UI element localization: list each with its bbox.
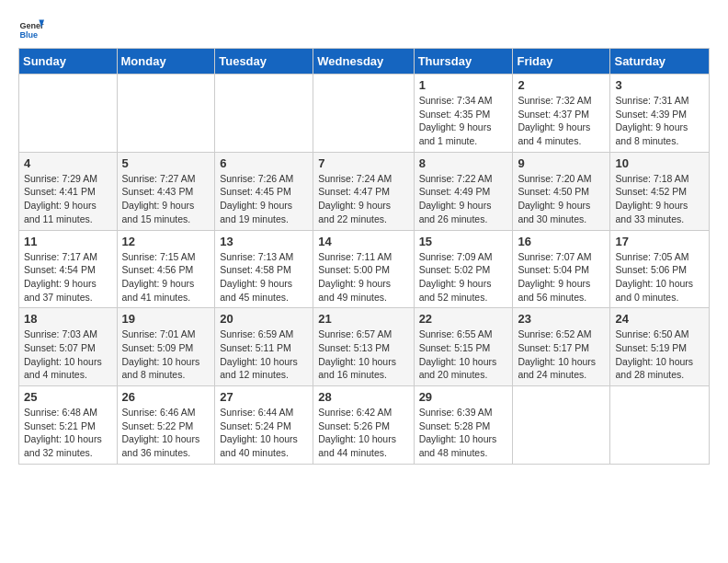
calendar-cell: 25Sunrise: 6:48 AM Sunset: 5:21 PM Dayli… — [19, 386, 118, 465]
day-number: 13 — [220, 235, 308, 248]
day-number: 8 — [419, 156, 508, 170]
svg-text:Blue: Blue — [19, 30, 38, 40]
day-number: 19 — [122, 312, 210, 326]
day-info: Sunrise: 6:44 AM Sunset: 5:24 PM Dayligh… — [220, 406, 308, 460]
calendar-cell: 24Sunrise: 6:50 AM Sunset: 5:19 PM Dayli… — [610, 308, 710, 386]
week-row-4: 18Sunrise: 7:03 AM Sunset: 5:07 PM Dayli… — [19, 308, 710, 386]
calendar-cell: 12Sunrise: 7:15 AM Sunset: 4:56 PM Dayli… — [117, 230, 215, 308]
calendar-cell: 2Sunrise: 7:32 AM Sunset: 4:37 PM Daylig… — [513, 75, 610, 153]
calendar-header-tuesday: Tuesday — [215, 49, 313, 75]
calendar-cell: 3Sunrise: 7:31 AM Sunset: 4:39 PM Daylig… — [610, 75, 710, 153]
calendar-cell: 4Sunrise: 7:29 AM Sunset: 4:41 PM Daylig… — [19, 152, 118, 230]
day-number: 4 — [24, 156, 112, 170]
day-number: 11 — [24, 235, 112, 248]
header: General Blue — [18, 15, 710, 40]
calendar-cell: 14Sunrise: 7:11 AM Sunset: 5:00 PM Dayli… — [313, 230, 414, 308]
calendar-header-saturday: Saturday — [610, 49, 710, 75]
day-info: Sunrise: 7:13 AM Sunset: 4:58 PM Dayligh… — [220, 250, 308, 304]
day-info: Sunrise: 6:57 AM Sunset: 5:13 PM Dayligh… — [318, 327, 408, 382]
calendar-cell: 27Sunrise: 6:44 AM Sunset: 5:24 PM Dayli… — [215, 386, 313, 465]
calendar-cell: 19Sunrise: 7:01 AM Sunset: 5:09 PM Dayli… — [117, 308, 215, 386]
calendar-cell — [610, 386, 710, 465]
day-number: 28 — [318, 390, 408, 404]
day-info: Sunrise: 7:24 AM Sunset: 4:47 PM Dayligh… — [318, 172, 408, 226]
day-info: Sunrise: 7:20 AM Sunset: 4:50 PM Dayligh… — [518, 172, 605, 226]
calendar-cell: 15Sunrise: 7:09 AM Sunset: 5:02 PM Dayli… — [414, 230, 513, 308]
calendar-header-sunday: Sunday — [19, 49, 118, 75]
calendar-cell — [117, 75, 215, 153]
calendar-cell: 17Sunrise: 7:05 AM Sunset: 5:06 PM Dayli… — [610, 230, 710, 308]
calendar-cell: 13Sunrise: 7:13 AM Sunset: 4:58 PM Dayli… — [215, 230, 313, 308]
day-info: Sunrise: 7:17 AM Sunset: 4:54 PM Dayligh… — [24, 250, 112, 304]
day-number: 29 — [419, 390, 508, 404]
day-info: Sunrise: 6:50 AM Sunset: 5:19 PM Dayligh… — [615, 327, 704, 382]
calendar-cell: 5Sunrise: 7:27 AM Sunset: 4:43 PM Daylig… — [117, 152, 215, 230]
day-info: Sunrise: 6:55 AM Sunset: 5:15 PM Dayligh… — [419, 327, 508, 382]
day-info: Sunrise: 7:22 AM Sunset: 4:49 PM Dayligh… — [419, 172, 508, 226]
day-info: Sunrise: 6:48 AM Sunset: 5:21 PM Dayligh… — [24, 406, 112, 460]
week-row-3: 11Sunrise: 7:17 AM Sunset: 4:54 PM Dayli… — [19, 230, 710, 308]
day-number: 10 — [615, 156, 704, 170]
day-number: 3 — [615, 78, 704, 92]
calendar-cell — [513, 386, 610, 465]
day-number: 5 — [122, 156, 210, 170]
calendar-cell: 22Sunrise: 6:55 AM Sunset: 5:15 PM Dayli… — [414, 308, 513, 386]
calendar-body: 1Sunrise: 7:34 AM Sunset: 4:35 PM Daylig… — [19, 75, 710, 465]
day-number: 14 — [318, 235, 408, 248]
day-info: Sunrise: 6:39 AM Sunset: 5:28 PM Dayligh… — [419, 406, 508, 460]
day-number: 7 — [318, 156, 408, 170]
calendar-header-wednesday: Wednesday — [313, 49, 414, 75]
day-number: 17 — [615, 235, 704, 248]
calendar-header-thursday: Thursday — [414, 49, 513, 75]
day-info: Sunrise: 7:27 AM Sunset: 4:43 PM Dayligh… — [122, 172, 210, 226]
day-info: Sunrise: 6:46 AM Sunset: 5:22 PM Dayligh… — [122, 406, 210, 460]
calendar-cell: 20Sunrise: 6:59 AM Sunset: 5:11 PM Dayli… — [215, 308, 313, 386]
calendar-cell: 6Sunrise: 7:26 AM Sunset: 4:45 PM Daylig… — [215, 152, 313, 230]
day-info: Sunrise: 7:03 AM Sunset: 5:07 PM Dayligh… — [24, 327, 112, 382]
calendar-table: SundayMondayTuesdayWednesdayThursdayFrid… — [18, 48, 710, 465]
day-number: 6 — [220, 156, 308, 170]
calendar-cell: 10Sunrise: 7:18 AM Sunset: 4:52 PM Dayli… — [610, 152, 710, 230]
day-info: Sunrise: 7:29 AM Sunset: 4:41 PM Dayligh… — [24, 172, 112, 226]
day-info: Sunrise: 7:05 AM Sunset: 5:06 PM Dayligh… — [615, 250, 704, 304]
calendar-header-friday: Friday — [513, 49, 610, 75]
day-info: Sunrise: 7:18 AM Sunset: 4:52 PM Dayligh… — [615, 172, 704, 226]
calendar-header-monday: Monday — [117, 49, 215, 75]
day-number: 1 — [419, 78, 508, 92]
calendar-cell: 7Sunrise: 7:24 AM Sunset: 4:47 PM Daylig… — [313, 152, 414, 230]
calendar-cell: 8Sunrise: 7:22 AM Sunset: 4:49 PM Daylig… — [414, 152, 513, 230]
day-number: 12 — [122, 235, 210, 248]
day-info: Sunrise: 7:15 AM Sunset: 4:56 PM Dayligh… — [122, 250, 210, 304]
week-row-1: 1Sunrise: 7:34 AM Sunset: 4:35 PM Daylig… — [19, 75, 710, 153]
day-info: Sunrise: 7:34 AM Sunset: 4:35 PM Dayligh… — [419, 94, 508, 148]
day-number: 21 — [318, 312, 408, 326]
day-info: Sunrise: 6:52 AM Sunset: 5:17 PM Dayligh… — [518, 327, 605, 382]
calendar-cell — [313, 75, 414, 153]
calendar-cell — [19, 75, 118, 153]
calendar-cell: 1Sunrise: 7:34 AM Sunset: 4:35 PM Daylig… — [414, 75, 513, 153]
logo: General Blue — [18, 15, 44, 40]
week-row-2: 4Sunrise: 7:29 AM Sunset: 4:41 PM Daylig… — [19, 152, 710, 230]
day-info: Sunrise: 7:07 AM Sunset: 5:04 PM Dayligh… — [518, 250, 605, 304]
calendar-cell: 9Sunrise: 7:20 AM Sunset: 4:50 PM Daylig… — [513, 152, 610, 230]
day-number: 20 — [220, 312, 308, 326]
day-number: 16 — [518, 235, 605, 248]
calendar-cell: 23Sunrise: 6:52 AM Sunset: 5:17 PM Dayli… — [513, 308, 610, 386]
day-info: Sunrise: 6:42 AM Sunset: 5:26 PM Dayligh… — [318, 406, 408, 460]
day-info: Sunrise: 7:09 AM Sunset: 5:02 PM Dayligh… — [419, 250, 508, 304]
day-number: 26 — [122, 390, 210, 404]
day-number: 2 — [518, 78, 605, 92]
day-number: 18 — [24, 312, 112, 326]
calendar-cell: 16Sunrise: 7:07 AM Sunset: 5:04 PM Dayli… — [513, 230, 610, 308]
calendar-cell — [215, 75, 313, 153]
calendar-cell: 26Sunrise: 6:46 AM Sunset: 5:22 PM Dayli… — [117, 386, 215, 465]
day-number: 15 — [419, 235, 508, 248]
week-row-5: 25Sunrise: 6:48 AM Sunset: 5:21 PM Dayli… — [19, 386, 710, 465]
day-number: 27 — [220, 390, 308, 404]
day-info: Sunrise: 7:01 AM Sunset: 5:09 PM Dayligh… — [122, 327, 210, 382]
day-info: Sunrise: 7:31 AM Sunset: 4:39 PM Dayligh… — [615, 94, 704, 148]
calendar-cell: 28Sunrise: 6:42 AM Sunset: 5:26 PM Dayli… — [313, 386, 414, 465]
logo-icon: General Blue — [18, 15, 44, 40]
day-number: 23 — [518, 312, 605, 326]
day-number: 25 — [24, 390, 112, 404]
